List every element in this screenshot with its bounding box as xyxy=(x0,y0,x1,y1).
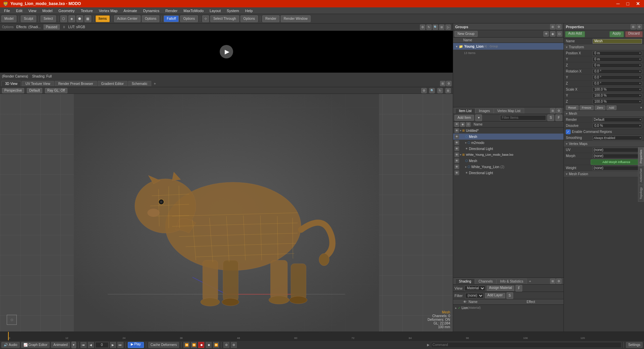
toolbar-items-btn[interactable]: Items xyxy=(96,15,110,22)
transport-icon-1[interactable]: ⏪ xyxy=(183,342,190,348)
add-item-btn[interactable]: Add Item xyxy=(454,115,474,121)
viewport-settings-icon[interactable]: ⚙ xyxy=(446,81,451,86)
toolbar-options-3-btn[interactable]: Options xyxy=(240,15,258,22)
side-tab-properties[interactable]: Properties xyxy=(638,147,644,166)
menu-help[interactable]: Help xyxy=(243,8,256,13)
item-row-dir-light-2[interactable]: 👁 ☀ Directional Light xyxy=(453,170,564,176)
prop-pos-y-value[interactable]: 0 m ▾ xyxy=(593,57,642,62)
menu-render[interactable]: Render xyxy=(163,8,180,13)
play-btn[interactable]: ▶ Play xyxy=(128,342,144,348)
shading-tab-add[interactable]: + xyxy=(527,279,533,284)
menu-model[interactable]: Model xyxy=(40,8,55,13)
tab-3d-view[interactable]: 3D View xyxy=(1,81,21,86)
prop-render-dropdown[interactable]: Default ▾ xyxy=(593,117,642,122)
prop-scale-x-value[interactable]: 100.0 % ▾ xyxy=(593,87,642,92)
item-row-dir-light-1[interactable]: 👁 ☀ Directional Light xyxy=(453,146,564,152)
new-group-btn[interactable]: New Group xyxy=(454,31,478,37)
menu-maxtomodo[interactable]: MaxToModo xyxy=(181,8,206,13)
transport-icon-4[interactable]: ⏺ xyxy=(206,342,212,348)
transport-next-btn[interactable]: ▶ xyxy=(110,342,116,348)
shading-view-select[interactable]: Material xyxy=(465,286,485,291)
menu-view[interactable]: View xyxy=(26,8,39,13)
item-list-f-btn[interactable]: F xyxy=(555,114,562,121)
audio-btn[interactable]: 🔊 Audio xyxy=(1,342,20,348)
minimize-btn[interactable]: ─ xyxy=(615,1,621,6)
command-input[interactable] xyxy=(431,342,622,348)
transport-icon-6[interactable]: ⚙ xyxy=(223,342,229,348)
vp-render-mode-btn[interactable]: Default xyxy=(27,88,42,93)
vertex-maps-section-header[interactable]: ▾ Vertex Maps xyxy=(564,141,644,147)
menu-geometry[interactable]: Geometry xyxy=(56,8,77,13)
transform-section-header[interactable]: ▾ Transform xyxy=(564,44,644,50)
vp-view-type-btn[interactable]: Perspective xyxy=(2,88,24,93)
properties-settings-icon[interactable]: ⚙ xyxy=(637,24,642,30)
vp-icon-settings[interactable]: ⚙ xyxy=(421,88,427,93)
preview-icon-1[interactable]: ⚙ xyxy=(420,24,425,30)
preview-play-btn[interactable]: ▶ xyxy=(220,45,233,58)
tab-info-statistics[interactable]: Info & Statistics xyxy=(496,279,527,284)
transport-end-btn[interactable]: ⏭ xyxy=(117,342,123,348)
menu-texture[interactable]: Texture xyxy=(78,8,96,13)
transport-icon-3[interactable]: ⏺ xyxy=(198,342,204,348)
item-vis-col-1[interactable]: 👁 xyxy=(454,122,459,127)
toolbar-tool-1[interactable]: ⬡ xyxy=(60,15,67,22)
properties-expand-icon[interactable]: ⊞ xyxy=(631,24,636,30)
tab-gradient-editor[interactable]: Gradient Editor xyxy=(98,81,127,86)
prop-dissolve-slider[interactable]: 0.0 % ▾ xyxy=(593,123,642,128)
tab-uv-texture[interactable]: UV Texture View xyxy=(22,81,54,86)
assign-material-f-btn[interactable]: F xyxy=(516,285,522,292)
groups-expand-icon[interactable]: ⊞ xyxy=(550,24,555,30)
menu-animate[interactable]: Animate xyxy=(121,8,140,13)
toolbar-sculpt-btn[interactable]: Sculpt xyxy=(21,15,36,22)
prop-scale-z-value[interactable]: 100.0 % ▾ xyxy=(593,99,642,104)
filter-items-input[interactable] xyxy=(500,115,546,120)
discard-btn[interactable]: Discard xyxy=(625,31,643,37)
toolbar-options-1-btn[interactable]: Options xyxy=(142,15,159,22)
preview-paused-btn[interactable]: Paused xyxy=(44,24,60,30)
prop-scale-y-value[interactable]: 100.0 % ▾ xyxy=(593,93,642,98)
add-layer-btn[interactable]: Add Layer xyxy=(485,293,505,298)
item-vis-col-3[interactable]: ⊡ xyxy=(466,122,471,127)
shading-row-lion[interactable]: ▸ ✓ Lion (Material) xyxy=(453,305,564,311)
tab-channels[interactable]: Channels xyxy=(475,279,496,284)
prop-rot-x-value[interactable]: 0.0 ° ▾ xyxy=(593,69,642,74)
toolbar-falloff-btn[interactable]: Falloff xyxy=(164,15,179,22)
preview-icon-4[interactable]: ⊞ xyxy=(439,24,444,30)
add-item-dropdown[interactable]: ▾ xyxy=(475,114,482,121)
item-eye-m2modo[interactable]: 👁 xyxy=(454,140,459,145)
transport-icon-7[interactable]: ⚙ xyxy=(231,342,237,348)
groups-vis-icon-2[interactable]: ◉ xyxy=(550,31,555,37)
transport-icon-5[interactable]: ⏩ xyxy=(213,342,219,348)
tab-vertex-map-list[interactable]: Vertex Map List xyxy=(494,108,524,113)
item-eye-wyl[interactable]: 👁 xyxy=(454,164,459,169)
vp-ray-gl-btn[interactable]: Ray GL: Off xyxy=(45,88,67,93)
group-item-young-lion[interactable]: ▾ 📁 Young_Lion (4) : Group xyxy=(453,43,564,50)
menu-vertex-map[interactable]: Vertex Map xyxy=(96,8,120,13)
timeline-ruler[interactable]: 0 12 24 36 48 60 72 84 96 108 120 xyxy=(8,332,644,340)
item-eye-dl1[interactable]: 👁 xyxy=(454,146,459,151)
menu-file[interactable]: File xyxy=(1,8,13,13)
animated-btn[interactable]: Animated xyxy=(51,342,70,348)
auto-add-btn[interactable]: Auto Add xyxy=(565,31,585,37)
mesh-section-header[interactable]: ▾ Mesh xyxy=(564,111,644,117)
side-tab-topology[interactable]: Topology xyxy=(638,185,644,202)
toolbar-action-center-btn[interactable]: Action Center xyxy=(114,15,141,22)
groups-settings-icon[interactable]: ⚙ xyxy=(556,24,561,30)
viewport-gizmo[interactable]: ⬡ xyxy=(7,315,17,325)
tab-shading[interactable]: Shading xyxy=(455,279,475,284)
item-list-s-btn[interactable]: S xyxy=(547,114,554,121)
mesh-fusion-section-header[interactable]: ▾ Mesh Fusion xyxy=(564,171,644,177)
toolbar-select-icon[interactable]: ⊹ xyxy=(202,15,209,22)
prop-pos-z-value[interactable]: 0 m ▾ xyxy=(593,63,642,68)
item-eye-dl2[interactable]: 👁 xyxy=(454,170,459,175)
reset-btn[interactable]: Reset xyxy=(566,105,579,110)
transport-frame-input[interactable] xyxy=(95,342,109,348)
add-morph-influence-btn[interactable]: Add Morph Influence xyxy=(591,159,642,165)
item-eye-icon[interactable]: 👁 xyxy=(454,128,459,133)
vp-icon-expand[interactable]: ⊞ xyxy=(445,88,451,93)
zero-btn[interactable]: Zero xyxy=(595,105,606,110)
viewport-expand-icon[interactable]: ⊞ xyxy=(440,81,445,86)
side-tab-action-set[interactable]: Action/Set xyxy=(638,166,644,185)
item-row-white-young-lion[interactable]: 👁 ▸ ⬡ White_Young_Lion (2) xyxy=(453,164,564,170)
groups-vis-icon-3[interactable]: ⊡ xyxy=(557,31,562,37)
